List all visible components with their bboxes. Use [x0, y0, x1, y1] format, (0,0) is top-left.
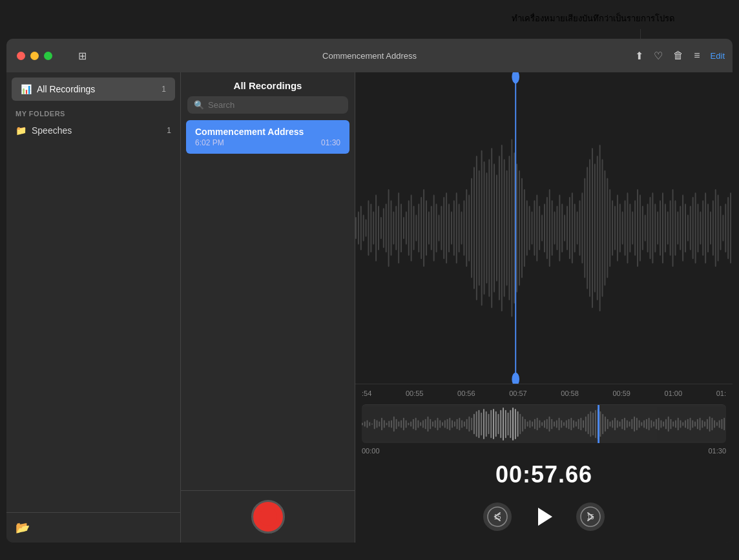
- svg-rect-39: [453, 200, 455, 256]
- svg-rect-106: [622, 211, 623, 245]
- svg-rect-113: [640, 194, 641, 261]
- svg-rect-2: [360, 206, 362, 251]
- share-icon[interactable]: ⬆: [635, 50, 643, 62]
- svg-rect-122: [662, 192, 663, 264]
- recording-item[interactable]: Commencement Address 6:02 PM 01:30: [186, 120, 349, 154]
- svg-rect-301: [721, 419, 722, 430]
- timeline: :54 00:55 00:56 00:57 00:58 00:59 01:00 …: [355, 384, 733, 402]
- svg-rect-165: [391, 420, 392, 428]
- sidebar-item-all-recordings[interactable]: 📊 All Recordings 1: [12, 78, 175, 101]
- svg-rect-253: [605, 417, 606, 432]
- svg-rect-25: [418, 203, 419, 253]
- svg-rect-245: [585, 417, 587, 432]
- waveform-container[interactable]: [355, 72, 733, 384]
- all-recordings-count: 1: [161, 85, 166, 94]
- svg-rect-75: [544, 203, 545, 253]
- timeline-label-5: 00:58: [561, 389, 579, 397]
- svg-rect-191: [454, 422, 455, 427]
- svg-rect-207: [493, 409, 494, 439]
- svg-point-151: [512, 72, 519, 83]
- svg-rect-22: [411, 194, 412, 261]
- svg-rect-282: [675, 420, 676, 428]
- svg-rect-179: [425, 419, 426, 430]
- svg-rect-35: [443, 197, 444, 259]
- svg-rect-192: [457, 419, 458, 430]
- svg-rect-100: [607, 178, 608, 278]
- svg-rect-81: [559, 194, 560, 261]
- playback-controls: 15 15: [355, 493, 733, 543]
- svg-rect-281: [672, 422, 674, 427]
- timeline-label-7: 01:00: [665, 389, 683, 397]
- svg-rect-24: [415, 214, 417, 241]
- svg-rect-76: [546, 197, 548, 259]
- zoom-button[interactable]: [44, 52, 52, 60]
- svg-rect-59: [504, 159, 505, 296]
- svg-rect-160: [379, 422, 380, 427]
- svg-rect-132: [687, 214, 689, 241]
- svg-rect-16: [395, 206, 397, 251]
- minimize-button[interactable]: [30, 52, 39, 60]
- svg-rect-145: [720, 206, 722, 251]
- my-folders-label: My Folders: [6, 103, 180, 120]
- svg-rect-222: [529, 420, 530, 428]
- svg-rect-237: [566, 420, 567, 428]
- new-folder-button[interactable]: 📂: [16, 521, 30, 535]
- svg-rect-60: [506, 170, 508, 285]
- svg-rect-10: [380, 217, 382, 239]
- svg-rect-259: [619, 422, 621, 427]
- skip-forward-button[interactable]: 15: [576, 503, 605, 531]
- mini-waveform-container[interactable]: [362, 404, 726, 443]
- svg-rect-288: [690, 418, 691, 431]
- svg-rect-212: [505, 410, 506, 438]
- svg-rect-129: [680, 206, 681, 251]
- close-button[interactable]: [17, 52, 25, 60]
- svg-rect-162: [384, 420, 385, 428]
- svg-rect-67: [524, 189, 525, 267]
- svg-rect-9: [378, 206, 379, 251]
- favorite-icon[interactable]: ♡: [654, 50, 663, 62]
- skip-back-button[interactable]: 15: [483, 503, 512, 531]
- svg-rect-252: [602, 414, 603, 434]
- edit-button[interactable]: Edit: [711, 51, 725, 61]
- play-icon: [538, 508, 552, 526]
- play-button[interactable]: [527, 500, 561, 534]
- delete-icon[interactable]: 🗑: [673, 50, 683, 61]
- svg-rect-266: [636, 418, 638, 431]
- svg-rect-197: [468, 417, 470, 432]
- svg-rect-243: [580, 418, 581, 431]
- svg-rect-45: [468, 194, 470, 261]
- svg-rect-80: [556, 206, 557, 251]
- search-input[interactable]: [208, 100, 342, 110]
- mid-panel-header: All Recordings: [181, 72, 355, 96]
- waveform-svg: [355, 72, 733, 384]
- sidebar-item-speeches[interactable]: 📁 Speeches 1: [6, 120, 180, 141]
- svg-rect-300: [719, 420, 720, 428]
- sidebar-toggle-icon[interactable]: ⊞: [78, 50, 87, 62]
- svg-rect-265: [634, 417, 635, 432]
- svg-rect-21: [408, 200, 410, 256]
- svg-rect-234: [559, 418, 560, 431]
- svg-rect-244: [583, 420, 584, 428]
- svg-rect-257: [614, 418, 616, 431]
- svg-rect-187: [444, 420, 446, 428]
- svg-rect-283: [678, 418, 679, 431]
- svg-rect-218: [519, 414, 521, 434]
- svg-rect-277: [663, 422, 664, 427]
- filter-icon[interactable]: ≡: [694, 50, 700, 61]
- svg-rect-64: [516, 163, 517, 293]
- record-button[interactable]: [251, 500, 285, 534]
- search-box[interactable]: 🔍: [187, 96, 348, 114]
- svg-rect-291: [697, 419, 698, 430]
- svg-rect-236: [563, 422, 565, 426]
- svg-rect-143: [715, 189, 716, 267]
- svg-rect-298: [714, 420, 715, 428]
- svg-rect-125: [670, 200, 671, 256]
- svg-rect-61: [508, 156, 510, 300]
- svg-rect-27: [423, 189, 424, 267]
- svg-rect-185: [439, 420, 441, 428]
- svg-rect-40: [456, 192, 457, 264]
- svg-rect-33: [438, 214, 439, 241]
- titlebar: ⊞ Commencement Address ⬆ ♡ 🗑 ≡ Edit: [6, 39, 733, 72]
- svg-rect-206: [490, 410, 492, 438]
- svg-rect-57: [499, 156, 500, 300]
